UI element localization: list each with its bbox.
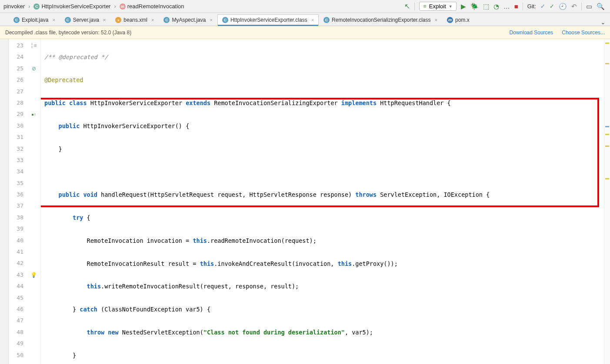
close-icon[interactable]: × <box>210 17 212 23</box>
toolbar: ↖ ≡ Exploit ▼ ▶ 🪲 ⬚ ◔ … ■ Git: ✓ ✓ 🕘 ↶ ▭… <box>404 2 610 11</box>
code-token: throws <box>355 191 377 198</box>
tab-label: Exploit.java <box>22 17 48 23</box>
stop-icon[interactable]: ■ <box>514 3 518 10</box>
attach-icon[interactable]: … <box>503 3 510 10</box>
left-gutter-bar <box>0 39 9 364</box>
git-update-icon[interactable]: ✓ <box>540 3 545 10</box>
xml-icon: x <box>115 17 121 23</box>
tabs-dropdown[interactable]: ⌄ <box>596 19 610 26</box>
editor[interactable]: 2324252627282930313233343536373839404142… <box>0 39 610 364</box>
tab-pom[interactable]: mpom.x <box>442 14 474 26</box>
breadcrumb-item[interactable]: pinvoker <box>2 2 27 10</box>
breadcrumb-item[interactable]: mreadRemoteInvocation <box>118 2 186 10</box>
code-token: HttpInvokerServiceExporter() { <box>80 122 189 129</box>
close-icon[interactable]: × <box>151 17 154 23</box>
code-token: (ClassNotFoundException var5) { <box>97 306 210 313</box>
decompile-notice: Decompiled .class file, bytecode version… <box>0 26 610 39</box>
maven-icon: m <box>447 17 453 23</box>
run-icon[interactable]: ▶ <box>461 3 466 10</box>
code-token: .readRemoteInvocation(request); <box>207 237 317 244</box>
separator <box>581 3 582 10</box>
debug-icon[interactable]: 🪲 <box>470 3 479 10</box>
marker-usage[interactable] <box>605 126 609 127</box>
override-marker-icon[interactable]: ●↑ <box>27 109 40 120</box>
editor-tabs: CExploit.java× CServer.java× xbeans.xml×… <box>0 13 610 26</box>
line-numbers: 2324252627282930313233343536373839404142… <box>9 39 27 364</box>
code-token: public <box>59 122 80 129</box>
search-icon[interactable]: 🔍 <box>597 3 605 10</box>
code-token: RemoteInvocationResult result = <box>44 260 200 267</box>
code-token: /** @deprecated */ <box>44 53 108 60</box>
code-token: public <box>44 99 66 106</box>
tab-label: beans.xml <box>123 17 147 23</box>
choose-sources-link[interactable]: Choose Sources... <box>562 30 605 36</box>
class-icon: C <box>33 3 40 10</box>
chevron-right-icon: › <box>114 3 116 10</box>
breadcrumb-item[interactable]: CHttpInvokerServiceExporter <box>32 2 112 10</box>
code-token: .invokeAndCreateResult(invocation, <box>214 260 337 267</box>
chevron-down-icon: ▼ <box>449 4 453 9</box>
intention-bulb-icon[interactable]: 💡 <box>27 269 40 281</box>
tab-label: pom.x <box>455 17 470 23</box>
tab-myaspect[interactable]: CMyAspect.java× <box>159 14 217 26</box>
code-token: HttpInvokerServiceExporter <box>87 99 186 106</box>
profile-icon[interactable]: ◔ <box>493 3 499 10</box>
marker-warning[interactable] <box>605 43 609 44</box>
code-token: handleRequest(HttpServletRequest request… <box>97 191 355 198</box>
tab-label: HttpInvokerServiceExporter.class <box>230 17 307 23</box>
tab-beans[interactable]: xbeans.xml× <box>110 14 159 26</box>
code-token: ServletException, IOException { <box>377 191 490 198</box>
code-token: } <box>44 146 62 152</box>
class-icon: C <box>222 17 228 23</box>
marker-warning[interactable] <box>605 134 609 135</box>
notice-text: Decompiled .class file, bytecode version… <box>5 30 131 36</box>
code-token: implements <box>341 99 377 106</box>
code-token: { <box>83 214 90 221</box>
tab-server[interactable]: CServer.java× <box>60 14 110 26</box>
code-token: catch <box>80 306 97 313</box>
tab-label: RemoteInvocationSerializingExporter.clas… <box>332 17 430 23</box>
git-rollback-icon[interactable]: ↶ <box>571 3 577 10</box>
code-token: this <box>338 260 352 267</box>
close-icon[interactable]: × <box>435 17 437 23</box>
git-history-icon[interactable]: 🕘 <box>559 3 567 10</box>
chevron-right-icon: › <box>28 3 30 10</box>
code-token: try <box>73 214 83 221</box>
tab-httpinvoker[interactable]: CHttpInvokerServiceExporter.class× <box>217 14 319 26</box>
marker-warning[interactable] <box>605 178 609 179</box>
code-token: NestedServletException( <box>119 329 203 336</box>
code-token: throw <box>87 329 105 336</box>
code-token: public <box>59 191 80 198</box>
run-config-select[interactable]: ≡ Exploit ▼ <box>419 2 457 11</box>
git-label: Git: <box>527 3 536 10</box>
download-sources-link[interactable]: Download Sources <box>510 30 553 36</box>
separator <box>414 3 415 10</box>
coverage-icon[interactable]: ⬚ <box>483 3 489 10</box>
marker-warning[interactable] <box>605 146 609 147</box>
separator <box>523 3 523 10</box>
tab-remoteinvocation[interactable]: CRemoteInvocationSerializingExporter.cla… <box>319 14 442 26</box>
code-token: HttpRequestHandler { <box>377 99 451 106</box>
close-icon[interactable]: × <box>311 17 314 23</box>
git-commit-icon[interactable]: ✓ <box>550 3 554 10</box>
code-token: .getProxy()); <box>352 260 398 267</box>
class-icon: C <box>163 17 170 23</box>
close-icon[interactable]: × <box>52 17 55 23</box>
scroll-strip[interactable] <box>604 39 610 364</box>
close-icon[interactable]: × <box>103 17 106 23</box>
marker-warning[interactable] <box>605 63 609 64</box>
code-token: extends <box>186 99 210 106</box>
ide-icon[interactable]: ▭ <box>586 3 592 10</box>
code-token: RemoteInvocationSerializingExporter <box>210 99 341 106</box>
build-icon[interactable]: ↖ <box>404 2 410 10</box>
breadcrumbs: pinvoker › CHttpInvokerServiceExporter ›… <box>0 2 404 10</box>
code-token: , var5); <box>345 329 373 336</box>
code-token: } <box>44 352 76 359</box>
code-area[interactable]: /** @deprecated */ @Deprecated public cl… <box>41 39 604 364</box>
class-icon: C <box>13 17 20 23</box>
code-token: class <box>69 99 87 106</box>
class-icon: C <box>323 17 330 23</box>
breadcrumb-label: pinvoker <box>3 3 25 10</box>
tab-exploit[interactable]: CExploit.java× <box>9 14 60 26</box>
code-token: this <box>193 237 207 244</box>
